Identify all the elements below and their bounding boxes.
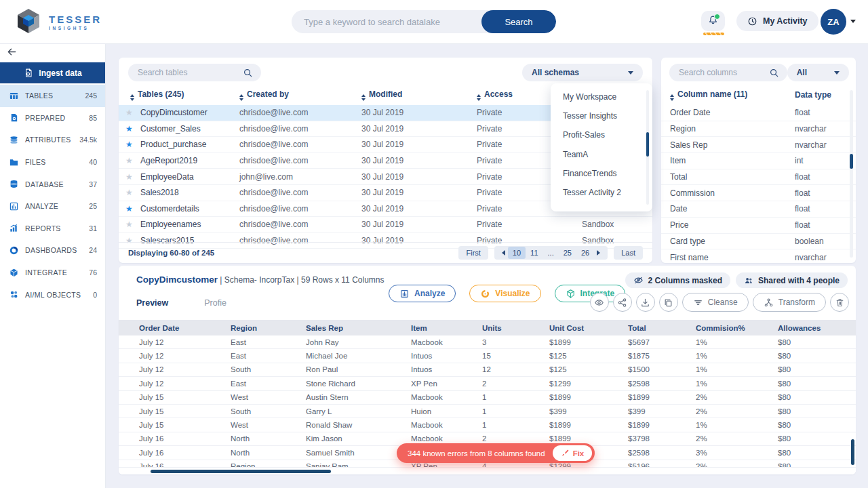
sidebar-item[interactable]: TABLES 245 — [0, 85, 105, 107]
sidebar-item[interactable]: INTEGRATE 76 — [0, 262, 105, 284]
vertical-scrollbar-thumb[interactable] — [851, 439, 854, 465]
my-activity-button[interactable]: My Activity — [736, 11, 818, 31]
popup-scrollbar-thumb[interactable] — [646, 132, 649, 157]
columns-scrollbar-thumb[interactable] — [850, 154, 853, 169]
error-toast-message: 344 known errors from 8 columns found — [408, 449, 545, 458]
columns-scrollbar-track[interactable] — [850, 90, 853, 258]
cell-sales-rep: Garry L — [306, 407, 411, 415]
sidebar-item[interactable]: AI/ML OBJECTS 0 — [0, 283, 105, 306]
share-button[interactable] — [613, 293, 632, 312]
star-icon[interactable]: ★ — [125, 108, 140, 117]
sidebar-item-label: ATTRIBUTES — [25, 136, 71, 144]
notifications-button[interactable] — [701, 11, 725, 31]
preview-row[interactable]: July 12 East Michael Joe Intuos 15 $125 … — [119, 349, 856, 363]
column-row[interactable]: Region nvarchar — [661, 121, 856, 138]
delete-button[interactable] — [830, 293, 849, 312]
star-icon[interactable]: ★ — [125, 188, 140, 197]
preview-row[interactable]: July 12 East John Ray Macbook 3 $1899 $5… — [119, 336, 856, 349]
ingest-data-button[interactable]: Ingest data — [0, 62, 105, 83]
sidebar-item[interactable]: FILES 40 — [0, 151, 105, 174]
schema-option[interactable]: Tesser Insights — [551, 106, 652, 125]
star-icon[interactable]: ★ — [125, 140, 140, 149]
tables-search-placeholder: Search tables — [128, 68, 243, 77]
star-icon[interactable]: ★ — [125, 124, 140, 134]
star-icon[interactable]: ★ — [125, 220, 140, 229]
column-row[interactable]: First name nvarchar — [661, 249, 856, 262]
cell-item: Intuos — [411, 365, 482, 373]
preview-row[interactable]: July 12 South Ron Paul Intuos 12 $125 $1… — [119, 363, 856, 377]
tables-search[interactable]: Search tables — [128, 64, 261, 81]
prev-page-icon[interactable] — [502, 250, 505, 256]
cell-region: East — [231, 380, 306, 388]
horizontal-scrollbar-thumb[interactable] — [151, 470, 331, 473]
columns-masked-badge[interactable]: 2 Columns masked — [625, 272, 730, 288]
sort-createdby-header[interactable]: Created by — [239, 89, 361, 101]
visualize-button[interactable]: Visualize — [469, 285, 540, 302]
column-row[interactable]: Total float — [661, 169, 856, 186]
preview-row[interactable]: July 15 West Ronald Shaw Macbook 1 $1899… — [119, 418, 856, 432]
global-search-input[interactable] — [292, 10, 481, 33]
column-row[interactable]: Date float — [661, 201, 856, 218]
table-row[interactable]: ★ Employeenames chrisdoe@live.com 30 Jul… — [119, 217, 652, 233]
sort-tables-header[interactable]: Tables (245) — [130, 89, 239, 101]
action-icon — [566, 289, 576, 299]
page-number[interactable]: ... — [543, 247, 559, 259]
sidebar-item[interactable]: REPORTS 31 — [0, 218, 105, 240]
column-name: Commission — [670, 188, 795, 198]
user-avatar[interactable]: ZA — [821, 9, 846, 35]
column-row[interactable]: Order Date float — [661, 105, 856, 121]
analyze-button[interactable]: Analyze — [389, 285, 456, 302]
column-row[interactable]: Card type boolean — [661, 234, 856, 250]
column-row[interactable]: Sales Rep nvarchar — [661, 137, 856, 153]
cleanse-button[interactable]: Cleanse — [682, 293, 749, 312]
star-icon[interactable]: ★ — [125, 156, 140, 165]
tab-profile[interactable]: Profie — [204, 298, 226, 308]
cell-unit-cost: $125 — [549, 352, 628, 360]
duplicate-button[interactable] — [659, 293, 678, 312]
tool-icon — [640, 298, 650, 308]
page-number[interactable]: 10 — [508, 247, 526, 259]
transform-button[interactable]: Transform — [753, 293, 826, 312]
sidebar-item[interactable]: ANALYZE 25 — [0, 195, 105, 218]
sidebar-item[interactable]: DATABASE 37 — [0, 173, 105, 195]
preview-row[interactable]: July 12 East Stone Richard XP Pen 2 $129… — [119, 377, 856, 390]
page-number[interactable]: 26 — [576, 247, 594, 259]
first-page-button[interactable]: First — [458, 246, 488, 260]
table-modified: 30 Jul 2019 — [361, 108, 477, 117]
sidebar-item[interactable]: ATTRIBUTES 34.5k — [0, 129, 105, 151]
schema-option[interactable]: Profit-Sales — [551, 125, 652, 144]
sort-modified-header[interactable]: Modified — [361, 89, 477, 101]
sidebar-item-label: DASHBOARDS — [25, 246, 77, 254]
schema-filter-dropdown[interactable]: All schemas — [522, 64, 643, 81]
page-number[interactable]: 25 — [559, 247, 576, 259]
schema-option[interactable]: Tesser Activity 2 — [551, 183, 652, 202]
avatar-caret-icon[interactable] — [850, 20, 856, 23]
preview-row[interactable]: July 15 South Garry L Huion 1 $399 $399 … — [119, 405, 856, 418]
download-button[interactable] — [636, 293, 655, 312]
page-number[interactable]: 11 — [526, 247, 542, 259]
columns-filter-dropdown[interactable]: All — [787, 64, 849, 81]
sidebar-item[interactable]: DASHBOARDS 24 — [0, 239, 105, 262]
table-access: Private — [477, 220, 582, 229]
schema-option[interactable]: My Workspace — [551, 87, 652, 106]
preview-eye-button[interactable] — [590, 293, 609, 312]
last-page-button[interactable]: Last — [614, 246, 643, 260]
star-icon[interactable]: ★ — [125, 204, 140, 214]
star-icon[interactable]: ★ — [125, 172, 140, 182]
sort-column-name-header[interactable]: Column name (11) — [670, 89, 795, 101]
search-button[interactable]: Search — [481, 10, 556, 33]
column-row[interactable]: Commission float — [661, 185, 856, 201]
fix-button[interactable]: Fix — [553, 445, 593, 461]
column-row[interactable]: Price float — [661, 218, 856, 234]
columns-search[interactable]: Search columns — [669, 64, 787, 81]
schema-option[interactable]: TeamA — [551, 145, 652, 164]
preview-row[interactable]: July 15 West Austin Stern Macbook 1 $189… — [119, 391, 856, 405]
next-page-icon[interactable] — [597, 250, 600, 256]
sidebar-item[interactable]: PREPARED 85 — [0, 107, 105, 129]
column-row[interactable]: Item int — [661, 153, 856, 169]
tab-preview[interactable]: Preview — [136, 298, 168, 308]
cell-units: 12 — [482, 365, 549, 373]
shared-badge[interactable]: Shared with 4 people — [736, 272, 848, 288]
collapse-sidebar-button[interactable] — [7, 47, 19, 59]
schema-option[interactable]: FinanceTrends — [551, 164, 652, 183]
